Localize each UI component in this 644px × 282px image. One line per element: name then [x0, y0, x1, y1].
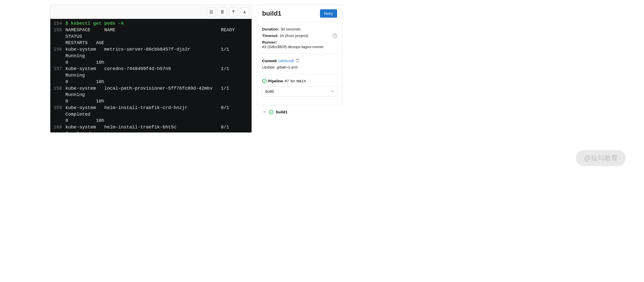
trash-icon [220, 10, 224, 14]
line-content: kube-system helm-install-traefik-bht5c 0… [65, 124, 249, 132]
timeout-value: 1h (from project) [279, 33, 308, 38]
commit-hash-link[interactable]: ceb5ccdf [278, 59, 294, 63]
line-content: 0 10h [65, 118, 104, 124]
terminal-line-wrap: 0 10h [50, 59, 252, 66]
terminal-line: 160kube-system helm-install-traefik-bht5… [50, 124, 252, 132]
line-number: 154 [50, 20, 65, 27]
terminal-line: 156kube-system metrics-server-86cbb8457f… [50, 46, 252, 59]
line-content: 0 10h [65, 98, 104, 105]
retry-button[interactable]: Retry [320, 9, 337, 18]
clipboard-icon [295, 58, 299, 62]
line-content: kube-system local-path-provisioner-5ff76… [65, 85, 249, 98]
status-passed-icon [269, 110, 273, 114]
runner-value: #2 (Gtbs38Df) devops-lagou-runner [262, 45, 324, 49]
pipeline-section: Pipeline #7 for main build [262, 74, 337, 100]
document-icon [209, 10, 213, 14]
terminal-line-wrap: 0 10h [50, 79, 252, 85]
pipeline-label: Pipeline [268, 79, 283, 83]
line-content: kube-system helm-install-traefik-crd-hnz… [65, 105, 249, 118]
line-number: 156 [50, 46, 65, 59]
line-content: RESTARTS AGE [65, 40, 104, 46]
raw-log-button[interactable] [207, 7, 216, 16]
line-content: NAMESPACE NAME READY STATUS [65, 27, 249, 40]
arrow-up-bar-icon [231, 10, 235, 14]
line-number: 157 [50, 66, 65, 79]
scroll-bottom-button[interactable] [240, 7, 249, 16]
status-passed-icon [262, 79, 267, 83]
duration-value: 30 seconds [280, 27, 300, 31]
terminal-line: 158kube-system local-path-provisioner-5f… [50, 85, 252, 98]
line-number: 155 [50, 27, 65, 40]
job-name: build1 [276, 110, 288, 114]
terminal-line: 155NAMESPACE NAME READY STATUS [50, 27, 252, 40]
runner-label: Runner: [262, 40, 277, 45]
scroll-top-button[interactable] [229, 7, 238, 16]
terminal-line-wrap: 0 10h [50, 118, 252, 124]
stage-name: build [265, 89, 274, 94]
commit-section: Commit ceb5ccdf Update .gitlab-ci.yml [262, 54, 337, 74]
line-number: 160 [50, 124, 65, 132]
line-content: kube-system coredns-7448499f4d-h57n9 1/1… [65, 66, 249, 79]
terminal-line: 159kube-system helm-install-traefik-crd-… [50, 105, 252, 118]
line-content: 0 10h [65, 59, 104, 66]
pipeline-number[interactable]: #7 [285, 79, 289, 83]
job-item[interactable]: → build1 [262, 109, 337, 115]
line-number: 159 [50, 105, 65, 118]
line-content: $ kubectl get pods -A [65, 20, 249, 27]
timeout-label: Timeout: [262, 33, 278, 38]
delete-log-button[interactable] [218, 7, 227, 16]
arrow-down-bar-icon [243, 10, 247, 14]
chevron-down-icon [331, 89, 334, 94]
arrow-right-icon: → [262, 109, 266, 115]
line-content: 0 10h [65, 79, 104, 85]
stage-dropdown[interactable]: build [262, 86, 337, 96]
job-sidebar: build1 Retry Duration: 30 seconds Timeou… [257, 5, 342, 105]
line-number: 158 [50, 85, 65, 98]
terminal-output[interactable]: 154$ kubectl get pods -A155NAMESPACE NAM… [50, 19, 252, 132]
terminal-line: 154$ kubectl get pods -A [50, 20, 252, 27]
line-content: kube-system metrics-server-86cbb8457f-dj… [65, 46, 249, 59]
job-title: build1 [262, 10, 281, 17]
terminal-toolbar [50, 5, 252, 19]
help-icon[interactable]: ? [333, 33, 337, 38]
commit-label: Commit [262, 59, 277, 63]
terminal-line-wrap: 0 10h [50, 98, 252, 105]
pipeline-for: for [291, 79, 295, 83]
terminal-panel: 154$ kubectl get pods -A155NAMESPACE NAM… [50, 5, 252, 133]
terminal-line: 157kube-system coredns-7448499f4d-h57n9 … [50, 66, 252, 79]
watermark: @拉勾教育 [576, 150, 626, 166]
copy-commit-button[interactable] [295, 58, 299, 63]
terminal-line-wrap: RESTARTS AGE [50, 40, 252, 46]
duration-label: Duration: [262, 27, 279, 31]
job-list: → build1 [257, 105, 342, 119]
commit-message: Update .gitlab-ci.yml [262, 65, 337, 69]
job-meta: Duration: 30 seconds Timeout: 1h (from p… [262, 22, 337, 54]
pipeline-branch[interactable]: main [297, 79, 306, 83]
